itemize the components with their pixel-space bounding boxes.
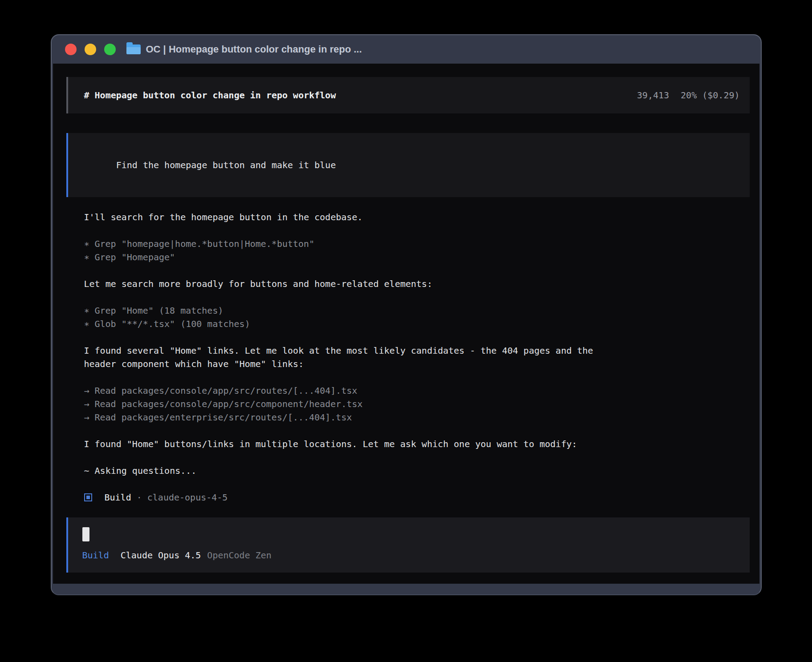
user-message-text: Find the homepage button and make it blu… — [116, 160, 336, 170]
arrow-icon: → — [84, 411, 95, 424]
arrow-icon: → — [84, 384, 95, 397]
assistant-text-line: I found several "Home" links. Let me loo… — [84, 344, 750, 357]
assistant-paragraph: Let me search more broadly for buttons a… — [84, 277, 750, 291]
window-footer — [52, 584, 761, 594]
agent-status-line: Build·claude-opus-4-5 — [84, 491, 750, 504]
user-message: Find the homepage button and make it blu… — [66, 133, 750, 197]
active-model: Claude Opus 4.5 — [121, 549, 201, 562]
assistant-text-line: I found "Home" buttons/links in multiple… — [84, 437, 750, 451]
assistant-text-line: ~ Asking questions... — [84, 464, 750, 477]
tool-call-text: Read packages/console/app/src/component/… — [95, 399, 363, 409]
agent-name: Build — [105, 491, 131, 504]
asterisk-icon: ∗ — [84, 317, 95, 331]
model-provider: OpenCode Zen — [207, 549, 272, 562]
arrow-icon: → — [84, 397, 95, 411]
assistant-text-line: Let me search more broadly for buttons a… — [84, 277, 750, 291]
tool-call-line: ∗Glob "**/*.tsx" (100 matches) — [84, 317, 750, 331]
folder-icon — [126, 44, 141, 54]
text-cursor — [82, 527, 89, 541]
tool-call-line: →Read packages/console/app/src/component… — [84, 397, 750, 411]
window-title: OC | Homepage button color change in rep… — [146, 44, 362, 55]
token-count: 39,413 — [637, 89, 669, 102]
asterisk-icon: ∗ — [84, 304, 95, 317]
session-stats: 39,413 20% ($0.29) — [637, 89, 740, 102]
model-row: Build Claude Opus 4.5 OpenCode Zen — [82, 549, 740, 562]
conversation: I'll search for the homepage button in t… — [66, 210, 750, 504]
assistant-paragraph: ~ Asking questions... — [84, 464, 750, 477]
terminal-content: # Homepage button color change in repo w… — [53, 64, 759, 584]
window-titlebar[interactable]: OC | Homepage button color change in rep… — [52, 35, 761, 64]
tool-call-group: ∗Grep "Home" (18 matches)∗Glob "**/*.tsx… — [84, 304, 750, 331]
assistant-text-line: header component which have "Home" links… — [84, 357, 750, 371]
tool-call-text: Grep "Homepage" — [95, 252, 175, 262]
tool-call-group: →Read packages/console/app/src/routes/[.… — [84, 384, 750, 424]
context-usage: 20% ($0.29) — [681, 89, 739, 102]
minimize-button[interactable] — [85, 44, 96, 55]
maximize-button[interactable] — [104, 44, 116, 55]
active-agent[interactable]: Build — [82, 549, 109, 562]
tool-call-text: Read packages/console/app/src/routes/[..… — [95, 385, 357, 396]
tool-call-text: Grep "homepage|home.*button|Home.*button… — [95, 238, 315, 249]
close-button[interactable] — [65, 44, 77, 55]
agent-model-id: claude-opus-4-5 — [147, 491, 228, 504]
tool-call-line: ∗Grep "Home" (18 matches) — [84, 304, 750, 317]
tool-call-line: →Read packages/console/app/src/routes/[.… — [84, 384, 750, 397]
tool-call-line: ∗Grep "Homepage" — [84, 250, 750, 264]
tool-call-text: Glob "**/*.tsx" (100 matches) — [95, 319, 250, 329]
assistant-paragraph: I'll search for the homepage button in t… — [84, 210, 750, 224]
prompt-input[interactable]: Build Claude Opus 4.5 OpenCode Zen — [66, 517, 750, 573]
asterisk-icon: ∗ — [84, 237, 95, 250]
tool-call-line: →Read packages/enterprise/src/routes/[..… — [84, 411, 750, 424]
terminal-window: OC | Homepage button color change in rep… — [51, 34, 762, 595]
session-header: # Homepage button color change in repo w… — [66, 77, 750, 113]
traffic-lights — [65, 44, 116, 55]
tool-call-text: Grep "Home" (18 matches) — [95, 305, 223, 316]
assistant-paragraph: I found "Home" buttons/links in multiple… — [84, 437, 750, 451]
tool-call-line: ∗Grep "homepage|home.*button|Home.*butto… — [84, 237, 750, 250]
assistant-text-line: I'll search for the homepage button in t… — [84, 210, 750, 224]
square-dot-icon — [84, 493, 92, 501]
assistant-paragraph: I found several "Home" links. Let me loo… — [84, 344, 750, 371]
tool-call-group: ∗Grep "homepage|home.*button|Home.*butto… — [84, 237, 750, 264]
asterisk-icon: ∗ — [84, 250, 95, 264]
separator-dot: · — [137, 491, 142, 504]
session-title: # Homepage button color change in repo w… — [84, 89, 336, 102]
tool-call-text: Read packages/enterprise/src/routes/[...… — [95, 412, 352, 423]
